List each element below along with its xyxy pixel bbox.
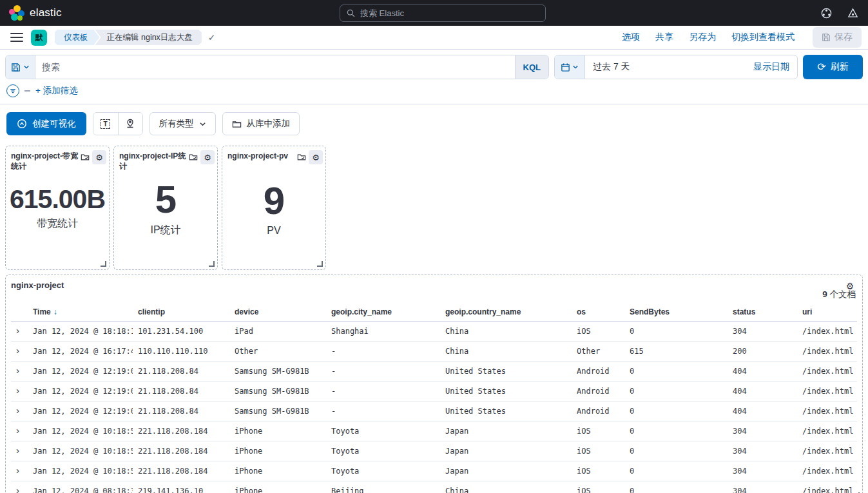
- table-cell: 304: [728, 481, 797, 493]
- calendar-icon: [561, 63, 570, 72]
- expand-row-button[interactable]: ›: [11, 342, 28, 362]
- table-cell: China: [440, 481, 572, 493]
- column-header-country[interactable]: geoip.country_name: [440, 304, 572, 322]
- alerts-icon[interactable]: [847, 7, 859, 19]
- save-button[interactable]: 保存: [813, 27, 862, 48]
- all-types-dropdown[interactable]: 所有类型: [149, 112, 216, 135]
- dashboard-grid: nginx-project-带宽统计 ⚙ 615.00B 带宽统计 nginx-…: [0, 143, 868, 493]
- table-cell: Jan 12, 2024 @ 10:18:52.000: [28, 421, 133, 441]
- gear-icon[interactable]: ⚙: [200, 150, 215, 164]
- add-text-button[interactable]: T: [93, 113, 118, 135]
- table-cell: United States: [440, 382, 572, 401]
- metric-value: 615.00B: [6, 185, 109, 213]
- filter-divider: [24, 90, 30, 92]
- gear-icon[interactable]: ⚙: [309, 150, 323, 164]
- column-header-city[interactable]: geoip.city_name: [326, 304, 440, 322]
- document-count: 9 个文档: [11, 289, 857, 300]
- expand-row-button[interactable]: ›: [11, 382, 28, 401]
- date-picker-menu-button[interactable]: [555, 55, 585, 79]
- options-link[interactable]: 选项: [622, 32, 640, 43]
- gear-icon[interactable]: ⚙: [843, 279, 857, 293]
- table-cell: Android: [572, 382, 624, 401]
- save-to-library-icon[interactable]: [186, 150, 200, 164]
- chevron-down-icon: [572, 64, 579, 70]
- table-cell: United States: [440, 401, 572, 421]
- table-cell: 0: [624, 322, 728, 342]
- table-cell: China: [440, 322, 572, 342]
- elastic-logo[interactable]: elastic: [9, 5, 62, 21]
- expand-row-button[interactable]: ›: [11, 362, 28, 382]
- expand-row-button[interactable]: ›: [11, 401, 28, 421]
- kql-language-button[interactable]: KQL: [515, 55, 548, 79]
- table-cell: Jan 12, 2024 @ 16:17:43.000: [28, 342, 133, 362]
- panel-ip-count[interactable]: nginx-project-IP统计 ⚙ 5 IP统计: [113, 146, 218, 270]
- time-range-value[interactable]: 过去 7 天: [585, 61, 753, 73]
- show-dates-link[interactable]: 显示日期: [753, 61, 797, 73]
- column-header-os[interactable]: os: [572, 304, 624, 322]
- panel-bandwidth[interactable]: nginx-project-带宽统计 ⚙ 615.00B 带宽统计: [5, 146, 110, 270]
- expand-row-button[interactable]: ›: [11, 461, 28, 481]
- create-visualization-button[interactable]: 创建可视化: [6, 112, 86, 135]
- refresh-button[interactable]: ⟳ 刷新: [803, 55, 863, 79]
- breadcrumb-dashboards[interactable]: 仪表板: [55, 30, 100, 45]
- table-header-row: Time↓ clientip device geoip.city_name ge…: [11, 304, 857, 322]
- save-as-link[interactable]: 另存为: [689, 32, 716, 43]
- table-cell: iPhone: [229, 481, 326, 493]
- map-marker-icon: [125, 119, 135, 129]
- table-cell: iPad: [229, 322, 326, 342]
- column-header-clientip[interactable]: clientip: [133, 304, 229, 322]
- lens-icon: [17, 119, 27, 129]
- column-header-status[interactable]: status: [728, 304, 797, 322]
- table-cell: iOS: [572, 322, 624, 342]
- table-cell: /index.html: [797, 401, 857, 421]
- save-icon: [822, 33, 831, 42]
- filter-menu-icon[interactable]: [6, 84, 19, 97]
- table-cell: iOS: [572, 441, 624, 461]
- table-cell: Jan 12, 2024 @ 12:19:07.000: [28, 382, 133, 401]
- column-header-uri[interactable]: uri: [797, 304, 857, 322]
- panel-pv[interactable]: nginx-project-pv ⚙ 9 PV: [222, 146, 326, 270]
- add-filter-link[interactable]: + 添加筛选: [35, 85, 78, 97]
- column-header-sendbytes[interactable]: SendBytes: [624, 304, 728, 322]
- table-cell: 0: [624, 362, 728, 382]
- chevron-down-icon: [23, 64, 30, 70]
- space-badge[interactable]: 默: [31, 30, 47, 46]
- expand-row-button[interactable]: ›: [11, 322, 28, 342]
- table-cell: Shanghai: [326, 322, 440, 342]
- logo-text: elastic: [30, 6, 62, 19]
- table-cell: -: [326, 362, 440, 382]
- table-cell: Jan 12, 2024 @ 18:18:18.000: [28, 322, 133, 342]
- saved-query-menu-button[interactable]: [6, 55, 35, 79]
- add-from-library-button[interactable]: 从库中添加: [222, 112, 300, 135]
- share-link[interactable]: 共享: [655, 32, 673, 43]
- expand-row-button[interactable]: ›: [11, 481, 28, 493]
- metric-value: 5: [114, 179, 217, 220]
- menu-icon[interactable]: [10, 33, 23, 42]
- help-icon[interactable]: [820, 7, 833, 19]
- filter-row: + 添加筛选: [0, 82, 868, 104]
- global-search-placeholder: 搜索 Elastic: [360, 8, 404, 19]
- expand-row-button[interactable]: ›: [11, 441, 28, 461]
- table-row: ›Jan 12, 2024 @ 10:18:52.000221.118.208.…: [11, 421, 857, 441]
- table-cell: 304: [728, 441, 797, 461]
- save-to-library-icon[interactable]: [78, 150, 92, 164]
- panel-saved-search[interactable]: ⚙ nginx-project 9 个文档 Time↓ clientip dev…: [5, 275, 863, 493]
- column-header-device[interactable]: device: [229, 304, 326, 322]
- table-cell: Android: [572, 362, 624, 382]
- add-map-button[interactable]: [118, 113, 142, 135]
- table-cell: iPhone: [229, 441, 326, 461]
- panel-title: nginx-project-pv: [227, 150, 288, 162]
- table-row: ›Jan 12, 2024 @ 10:18:52.000221.118.208.…: [11, 461, 857, 481]
- table-cell: Samsung SM-G981B: [229, 362, 326, 382]
- global-search-input[interactable]: 搜索 Elastic: [340, 5, 546, 22]
- column-header-time[interactable]: Time↓: [28, 304, 133, 322]
- table-cell: 0: [624, 441, 728, 461]
- gear-icon[interactable]: ⚙: [92, 150, 106, 164]
- expand-row-button[interactable]: ›: [11, 421, 28, 441]
- kql-search-input[interactable]: [35, 55, 515, 79]
- save-to-library-icon[interactable]: [294, 150, 309, 164]
- nav-bar: 默 仪表板 正在编辑 nginx日志大盘 ✓ 选项 共享 另存为 切换到查看模式…: [0, 26, 868, 50]
- switch-to-view-mode-link[interactable]: 切换到查看模式: [731, 32, 795, 43]
- table-cell: 101.231.54.100: [133, 322, 229, 342]
- table-row: ›Jan 12, 2024 @ 12:19:07.00021.118.208.8…: [11, 362, 857, 382]
